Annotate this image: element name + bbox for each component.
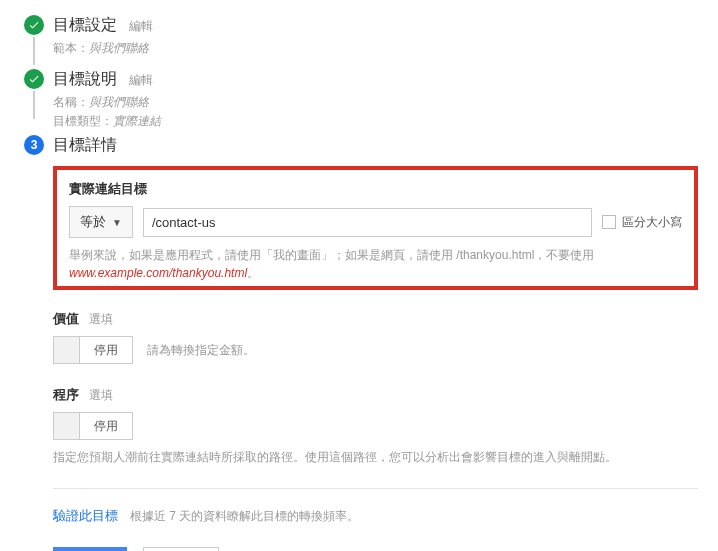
- template-label: 範本：: [53, 41, 89, 55]
- divider: [53, 488, 698, 489]
- step-description-content: 目標說明 編輯 名稱：與我們聯絡 目標類型：實際連結: [48, 69, 698, 131]
- name-label: 名稱：: [53, 95, 89, 109]
- funnel-toggle-row: 停用: [53, 412, 698, 440]
- check-icon: [24, 69, 44, 89]
- match-type-dropdown[interactable]: 等於 ▼: [69, 206, 133, 238]
- details-body: 實際連結目標 等於 ▼ 區分大小寫 舉例來說，如果是應用程式，請使用「我的畫面」…: [53, 166, 698, 551]
- step-connector: [33, 37, 35, 65]
- help-mid: ，不要使用: [534, 248, 594, 262]
- step-number-icon: 3: [24, 135, 44, 155]
- step-details-title: 目標詳情: [53, 135, 117, 156]
- verify-row: 驗證此目標 根據近 7 天的資料瞭解此目標的轉換頻率。: [53, 507, 698, 525]
- step-setup-edit-link[interactable]: 編輯: [129, 18, 153, 35]
- step-description-title: 目標說明: [53, 69, 117, 90]
- case-sensitive-checkbox[interactable]: [602, 215, 616, 229]
- funnel-toggle-label: 停用: [80, 413, 132, 439]
- type-value: 實際連結: [113, 114, 161, 128]
- funnel-optional: 選填: [89, 387, 113, 404]
- step-description-name: 名稱：與我們聯絡: [53, 93, 698, 112]
- cancel-button[interactable]: 取消: [143, 547, 219, 551]
- match-type-value: 等於: [80, 213, 106, 231]
- help-code: /thankyou.html: [456, 248, 534, 262]
- value-desc: 請為轉換指定金額。: [147, 342, 255, 359]
- toggle-handle[interactable]: [54, 337, 80, 363]
- value-toggle[interactable]: 停用: [53, 336, 133, 364]
- value-title: 價值: [53, 310, 79, 328]
- step-description-type: 目標類型：實際連結: [53, 112, 698, 131]
- caret-down-icon: ▼: [112, 217, 122, 228]
- step-details-content: 目標詳情 實際連結目標 等於 ▼ 區分大小寫 舉例: [48, 135, 698, 551]
- value-section: 價值 選填 停用 請為轉換指定金額。: [53, 310, 698, 364]
- template-value: 與我們聯絡: [89, 41, 149, 55]
- destination-help: 舉例來說，如果是應用程式，請使用「我的畫面」；如果是網頁，請使用 /thanky…: [69, 246, 682, 282]
- step-details: 3 目標詳情 實際連結目標 等於 ▼ 區分大小寫: [20, 135, 698, 551]
- step-setup-subtitle: 範本：與我們聯絡: [53, 39, 698, 58]
- step-description-edit-link[interactable]: 編輯: [129, 72, 153, 89]
- step-icon-column: [20, 15, 48, 65]
- step-setup-content: 目標設定 編輯 範本：與我們聯絡: [48, 15, 698, 58]
- toggle-handle[interactable]: [54, 413, 80, 439]
- step-setup: 目標設定 編輯 範本：與我們聯絡: [20, 15, 698, 65]
- step-connector: [33, 91, 35, 119]
- destination-input[interactable]: [143, 208, 592, 237]
- help-prefix: 舉例來說，如果是應用程式，請使用「我的畫面」；如果是網頁，請使用: [69, 248, 456, 262]
- step-setup-title: 目標設定: [53, 15, 117, 36]
- funnel-title: 程序: [53, 386, 79, 404]
- save-button[interactable]: 儲存: [53, 547, 127, 551]
- type-label: 目標類型：: [53, 114, 113, 128]
- value-optional: 選填: [89, 311, 113, 328]
- destination-row: 等於 ▼ 區分大小寫: [69, 206, 682, 238]
- case-sensitive-label: 區分大小寫: [622, 214, 682, 231]
- step-description: 目標說明 編輯 名稱：與我們聯絡 目標類型：實際連結: [20, 69, 698, 131]
- destination-label: 實際連結目標: [69, 180, 682, 198]
- case-sensitive-option[interactable]: 區分大小寫: [602, 214, 682, 231]
- value-toggle-row: 停用 請為轉換指定金額。: [53, 336, 698, 364]
- name-value: 與我們聯絡: [89, 95, 149, 109]
- funnel-help: 指定您預期人潮前往實際連結時所採取的路徑。使用這個路徑，您可以分析出會影響目標的…: [53, 448, 698, 466]
- value-toggle-label: 停用: [80, 337, 132, 363]
- funnel-toggle[interactable]: 停用: [53, 412, 133, 440]
- help-suffix: 。: [247, 266, 259, 280]
- step-icon-column: 3: [20, 135, 48, 155]
- destination-highlight: 實際連結目標 等於 ▼ 區分大小寫 舉例來說，如果是應用程式，請使用「我的畫面」…: [53, 166, 698, 290]
- verify-desc: 根據近 7 天的資料瞭解此目標的轉換頻率。: [130, 508, 359, 525]
- funnel-section: 程序 選填 停用 指定您預期人潮前往實際連結時所採取的路徑。使用這個路徑，您可以…: [53, 386, 698, 466]
- check-icon: [24, 15, 44, 35]
- action-row: 儲存 取消: [53, 547, 698, 551]
- help-url: www.example.com/thankyou.html: [69, 266, 247, 280]
- verify-link[interactable]: 驗證此目標: [53, 507, 118, 525]
- step-icon-column: [20, 69, 48, 119]
